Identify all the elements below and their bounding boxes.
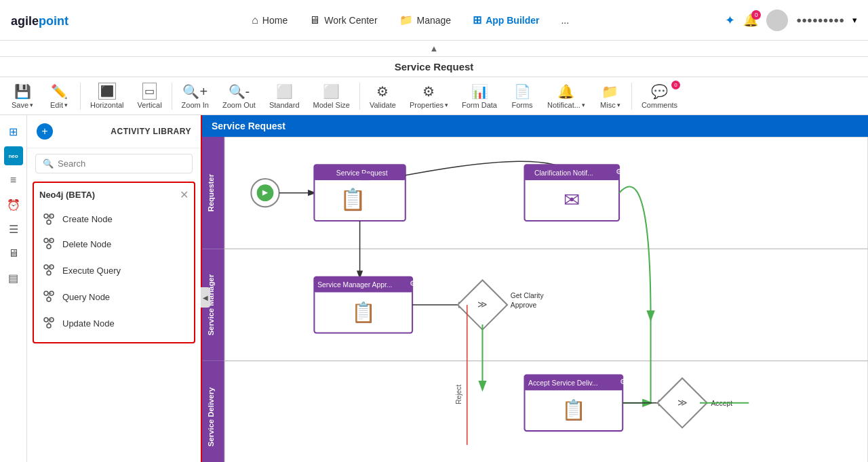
nav-right-section: ✦ 🔔 0 ●●●●●●●●● ▾ [725, 9, 857, 31]
toolbar-vertical[interactable]: ▭ Vertical [132, 80, 167, 112]
svg-text:⚙: ⚙ [410, 279, 416, 287]
svg-text:✉: ✉ [564, 189, 580, 211]
toolbar-edit[interactable]: ✏️ Edit▾ [42, 81, 76, 112]
svg-text:Reject: Reject [455, 384, 462, 404]
side-list3-icon[interactable]: ▤ [3, 267, 24, 289]
side-list1-icon[interactable]: ≡ [3, 169, 24, 191]
refresh-icon[interactable]: ✦ [725, 13, 735, 28]
svg-point-22 [47, 324, 51, 328]
zoomout-icon: 🔍- [229, 83, 250, 100]
svg-point-12 [47, 271, 51, 275]
page-title: Service Request [0, 57, 868, 77]
svg-point-15 [44, 291, 48, 295]
toolbar-horizontal[interactable]: ⬛ Horizontal [85, 80, 130, 112]
svg-text:Requester: Requester [207, 173, 215, 211]
modelsize-icon: ⬜ [323, 83, 340, 100]
canvas-header: Service Request [202, 115, 868, 137]
library-item-create-node[interactable]: Create Node [39, 207, 189, 231]
toolbar-modelsize[interactable]: ⬜ Model Size [308, 81, 355, 112]
grid-icon: ⊞ [473, 14, 481, 26]
folder-icon: 📁 [399, 14, 413, 26]
svg-point-10 [44, 265, 48, 269]
nav-appbuilder[interactable]: ⊞ App Builder [463, 8, 549, 32]
activity-add-button[interactable]: + [37, 123, 53, 140]
toolbar-notifications[interactable]: 🔔 Notificat...▾ [542, 81, 591, 112]
canvas-area: Service Request Requester Service Manage… [202, 115, 868, 462]
svg-text:⚙: ⚙ [616, 167, 623, 175]
misc-icon: 📁 [601, 83, 618, 100]
svg-point-17 [47, 297, 51, 301]
svg-text:Service Delivery: Service Delivery [207, 387, 215, 446]
svg-text:📋: 📋 [351, 301, 376, 324]
side-clock-icon[interactable]: ⏰ [3, 194, 24, 215]
panel-collapse-button[interactable]: ◀ [201, 287, 210, 308]
app-logo: agilepoint [11, 12, 68, 29]
update-node-icon [42, 316, 56, 331]
horizontal-icon: ⬛ [98, 83, 116, 100]
query-node-icon [42, 289, 56, 305]
toolbar-validate[interactable]: ⚙ Validate [364, 81, 401, 112]
svg-text:Get Clarity: Get Clarity [511, 292, 545, 299]
user-dropdown-icon[interactable]: ▾ [852, 15, 857, 25]
activity-library-panel: + ACTIVITY LIBRARY 🔍 Neo4j (BETA) ✕ Crea… [27, 115, 202, 462]
canvas-body[interactable]: Requester Service Manager Service Delive… [202, 137, 868, 462]
zoomin-icon: 🔍+ [182, 83, 208, 100]
toolbar-save[interactable]: 💾 Save▾ [5, 81, 39, 112]
process-diagram: Requester Service Manager Service Delive… [202, 137, 868, 462]
neo4j-header: Neo4j (BETA) ✕ [39, 188, 189, 201]
svg-text:≫: ≫ [477, 299, 488, 310]
svg-text:Clarification Notif...: Clarification Notif... [534, 169, 593, 177]
top-navigation: agilepoint ⌂ Home 🖥 Work Center 📁 Manage… [0, 0, 868, 41]
delete-node-label: Delete Node [62, 239, 111, 249]
toolbar-properties[interactable]: ⚙ Properties▾ [404, 81, 454, 112]
notification-bell[interactable]: 🔔 0 [743, 13, 758, 28]
toolbar-formdata[interactable]: 📊 Form Data [456, 81, 502, 112]
create-node-label: Create Node [62, 214, 113, 224]
side-grid-icon[interactable]: ⊞ [3, 121, 24, 142]
execute-query-label: Execute Query [62, 266, 121, 276]
validate-icon: ⚙ [376, 83, 389, 100]
execute-query-icon [42, 263, 56, 278]
forms-icon: 📄 [514, 83, 531, 100]
delete-node-icon [42, 236, 56, 252]
nav-home[interactable]: ⌂ Home [242, 9, 297, 32]
toolbar-comments[interactable]: 💬 Comments 0 [636, 81, 683, 112]
svg-text:≫: ≫ [677, 397, 688, 408]
comments-icon: 💬 [651, 83, 668, 100]
library-item-delete-node[interactable]: Delete Node [39, 231, 189, 257]
svg-text:📋: 📋 [340, 187, 366, 212]
nav-more[interactable]: ... [551, 9, 578, 31]
library-item-execute-query[interactable]: Execute Query [39, 257, 189, 284]
vertical-icon: ▭ [142, 83, 157, 100]
notif-icon: 🔔 [557, 83, 574, 100]
collapse-bar[interactable]: ▲ [0, 41, 868, 57]
standard-icon: ⬜ [276, 83, 293, 100]
update-node-label: Update Node [62, 318, 115, 329]
nav-manage[interactable]: 📁 Manage [390, 8, 461, 32]
side-list2-icon[interactable]: ☰ [3, 218, 24, 240]
library-item-update-node[interactable]: Update Node [39, 310, 189, 337]
side-neo4j-icon[interactable]: neo [3, 145, 24, 167]
svg-text:📋: 📋 [561, 398, 587, 422]
toolbar-forms[interactable]: 📄 Forms [505, 81, 539, 112]
side-icon-bar: ⊞ neo ≡ ⏰ ☰ 🖥 ▤ [0, 115, 27, 462]
query-node-label: Query Node [62, 292, 110, 302]
nav-workcenter[interactable]: 🖥 Work Center [300, 9, 387, 32]
toolbar-standard[interactable]: ⬜ Standard [264, 81, 305, 112]
search-box: 🔍 [35, 154, 193, 173]
svg-point-7 [47, 245, 51, 249]
neo4j-section: Neo4j (BETA) ✕ Create Node Delete Node [33, 182, 195, 343]
neo4j-close-button[interactable]: ✕ [180, 188, 189, 201]
search-input[interactable] [58, 159, 185, 169]
formdata-icon: 📊 [471, 83, 488, 100]
save-icon: 💾 [14, 83, 31, 100]
svg-text:Service Manager Appr...: Service Manager Appr... [317, 281, 392, 289]
library-item-query-node[interactable]: Query Node [39, 284, 189, 310]
search-icon: 🔍 [43, 159, 54, 169]
toolbar-divider-3 [359, 83, 360, 110]
toolbar-zoomin[interactable]: 🔍+ Zoom In [176, 81, 214, 112]
svg-point-20 [44, 318, 48, 322]
toolbar-zoomout[interactable]: 🔍- Zoom Out [217, 81, 261, 112]
side-computer-icon[interactable]: 🖥 [3, 243, 24, 264]
toolbar-misc[interactable]: 📁 Misc▾ [593, 81, 627, 112]
